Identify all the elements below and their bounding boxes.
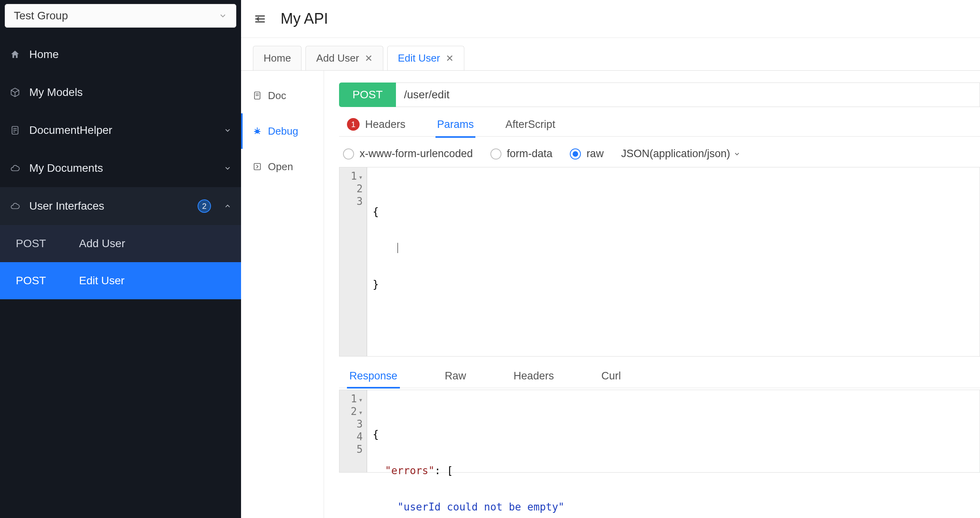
cursor-icon — [398, 243, 398, 253]
subtab-label: Headers — [365, 118, 405, 131]
code-line — [373, 242, 974, 254]
code-line: "errors": [ — [373, 464, 974, 477]
tab-label: Edit User — [398, 52, 440, 64]
sidebar-item-my-documents[interactable]: My Documents — [0, 149, 241, 187]
svg-line-16 — [255, 133, 256, 134]
radio-formdata[interactable]: form-data — [490, 148, 553, 160]
tab-label: Add User — [316, 52, 359, 64]
count-badge: 1 — [347, 118, 360, 131]
sidebar-subitems: POST Add User POST Edit User — [0, 225, 241, 299]
radio-label: raw — [586, 148, 604, 160]
topbar: My API — [241, 0, 980, 38]
radio-urlencoded[interactable]: x-www-form-urlencoded — [343, 148, 473, 160]
chevron-down-icon — [224, 126, 232, 134]
editor-code[interactable]: { "errors": [ "userId could not be empty… — [367, 390, 980, 472]
tab-label: Home — [264, 52, 291, 64]
radio-label: form-data — [507, 148, 553, 160]
subtab-params[interactable]: Params — [437, 118, 474, 137]
sidebar-subitem-label: Add User — [79, 237, 125, 250]
sidebar-item-document-helper[interactable]: DocumentHelper — [0, 111, 241, 149]
http-method: POST — [16, 237, 55, 250]
svg-line-14 — [255, 129, 256, 130]
document-icon — [252, 90, 262, 101]
count-badge: 2 — [198, 199, 211, 213]
mini-nav-label: Doc — [268, 90, 286, 102]
sidebar-item-label: User Interfaces — [29, 200, 189, 212]
document-icon — [9, 125, 21, 136]
chevron-up-icon — [224, 202, 232, 210]
code-line: { — [373, 205, 974, 218]
mini-nav-label: Debug — [268, 125, 298, 137]
open-icon — [252, 161, 262, 172]
sidebar-subitem-edit-user[interactable]: POST Edit User — [0, 262, 241, 299]
cloud-icon — [9, 163, 21, 174]
tab-edit-user[interactable]: Edit User ✕ — [387, 46, 464, 70]
response-body-editor[interactable]: 1▾ 2▾ 3 4 5 { "errors": [ "userId could … — [339, 390, 980, 473]
resp-tab-headers[interactable]: Headers — [514, 370, 554, 388]
url-row: POST /user/edit — [339, 83, 980, 107]
chevron-down-icon — [733, 150, 741, 158]
request-subtabs: 1 Headers Params AfterScript — [339, 107, 980, 137]
editor-gutter: 1▾ 2 3 — [339, 167, 367, 356]
http-method: POST — [16, 274, 55, 287]
main: My API Home Add User ✕ Edit User ✕ Doc — [241, 0, 980, 518]
radio-dot-icon — [570, 148, 581, 160]
url-input[interactable]: /user/edit — [396, 83, 980, 107]
resp-tab-raw[interactable]: Raw — [445, 370, 466, 388]
app-title: My API — [281, 10, 328, 27]
group-selector-label: Test Group — [14, 9, 68, 22]
mini-nav-debug[interactable]: Debug — [241, 113, 324, 149]
tabs-row: Home Add User ✕ Edit User ✕ — [241, 38, 980, 70]
subtab-afterscript[interactable]: AfterScript — [505, 118, 555, 137]
mini-nav-doc[interactable]: Doc — [241, 78, 324, 113]
resp-tab-curl[interactable]: Curl — [601, 370, 621, 388]
cloud-icon — [9, 201, 21, 212]
content-type-label: JSON(application/json) — [621, 148, 730, 160]
svg-line-15 — [259, 129, 260, 130]
sidebar-item-my-models[interactable]: My Models — [0, 73, 241, 111]
divider — [339, 388, 980, 388]
tab-home[interactable]: Home — [253, 46, 302, 70]
response-tabs: Response Raw Headers Curl — [339, 357, 980, 388]
subtab-label: AfterScript — [505, 118, 555, 131]
code-line: { — [373, 428, 974, 441]
mini-nav-open[interactable]: Open — [241, 149, 324, 184]
home-icon — [9, 49, 21, 60]
sidebar-item-label: DocumentHelper — [29, 124, 215, 137]
sidebar-item-label: My Documents — [29, 162, 215, 175]
tab-add-user[interactable]: Add User ✕ — [305, 46, 383, 70]
sidebar-item-label: My Models — [29, 86, 232, 99]
radio-dot-icon — [343, 148, 354, 160]
chevron-down-icon — [219, 11, 227, 20]
code-line: } — [373, 278, 974, 291]
menu-toggle-icon[interactable] — [252, 11, 268, 27]
sidebar-item-label: Home — [29, 48, 232, 61]
request-body-editor[interactable]: 1▾ 2 3 { } — [339, 167, 980, 357]
content-type-select[interactable]: JSON(application/json) — [621, 148, 741, 160]
sidebar-item-user-interfaces[interactable]: User Interfaces 2 — [0, 187, 241, 225]
radio-raw[interactable]: raw — [570, 148, 604, 160]
subtab-headers[interactable]: 1 Headers — [347, 118, 405, 137]
close-icon[interactable]: ✕ — [365, 53, 373, 64]
mini-nav-label: Open — [268, 161, 293, 173]
bug-icon — [252, 126, 262, 136]
close-icon[interactable]: ✕ — [446, 53, 454, 64]
sidebar-subitem-label: Edit User — [79, 274, 124, 287]
http-method-pill[interactable]: POST — [339, 83, 396, 107]
request-panel: POST /user/edit 1 Headers Params AfterSc… — [324, 71, 980, 518]
resp-tab-response[interactable]: Response — [349, 370, 398, 388]
subtab-label: Params — [437, 118, 474, 131]
line-highlight — [367, 441, 980, 453]
editor-code[interactable]: { } — [367, 167, 980, 356]
work-area: Doc Debug Open POST /user/edit — [241, 70, 980, 518]
sidebar-item-home[interactable]: Home — [0, 36, 241, 73]
code-line: "userId could not be empty" — [373, 501, 974, 513]
group-selector[interactable]: Test Group — [5, 4, 236, 28]
line-highlight — [367, 180, 980, 193]
editor-gutter: 1▾ 2▾ 3 4 5 — [339, 390, 367, 472]
url-value: /user/edit — [404, 88, 449, 101]
sidebar-subitem-add-user[interactable]: POST Add User — [0, 225, 241, 262]
radio-label: x-www-form-urlencoded — [360, 148, 473, 160]
cube-icon — [9, 87, 21, 98]
chevron-down-icon — [224, 164, 232, 172]
